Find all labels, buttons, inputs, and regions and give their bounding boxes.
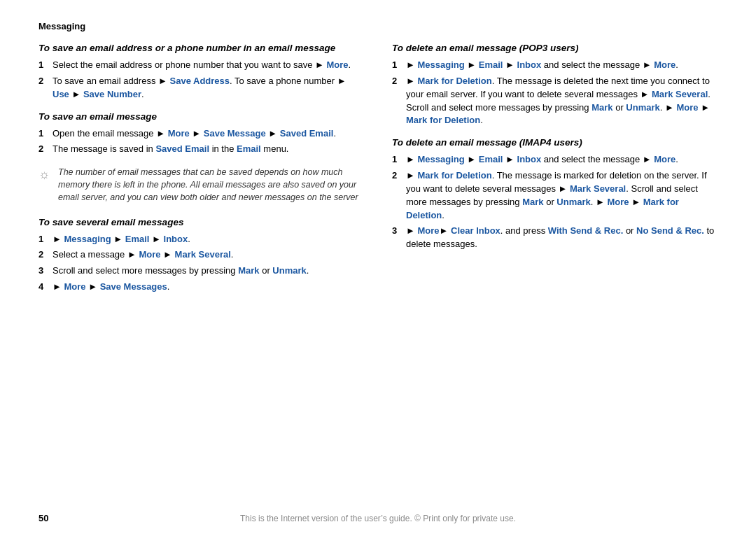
link-save-message: Save Message <box>204 128 266 139</box>
link-mark-several-2: Mark Several <box>652 89 708 99</box>
step-item: 1 Open the email message ► More ► Save M… <box>38 127 364 141</box>
left-column: To save an email address or a phone numb… <box>38 43 364 304</box>
link-more-1: More <box>327 59 349 70</box>
link-mark-3: Mark <box>522 197 543 207</box>
link-unmark-1: Unmark <box>272 265 306 276</box>
steps-save-message: 1 Open the email message ► More ► Save M… <box>38 127 364 157</box>
step-item: 4 ► More ► Save Messages. <box>38 281 364 294</box>
link-save-address: Save Address <box>170 76 230 86</box>
steps-delete-pop3: 1 ► Messaging ► Email ► Inbox and select… <box>392 59 718 127</box>
link-save-number: Save Number <box>83 89 141 99</box>
step-item: 1 ► Messaging ► Email ► Inbox and select… <box>392 153 718 167</box>
main-content: To save an email address or a phone numb… <box>38 43 718 304</box>
link-mark-2: Mark <box>592 102 612 113</box>
link-mark-deletion-1: Mark for Deletion <box>417 76 491 86</box>
step-item: 2 Select a message ► More ► Mark Several… <box>38 248 364 262</box>
link-inbox-3: Inbox <box>517 154 542 164</box>
note-text: The number of email messages that can be… <box>58 166 364 204</box>
step-item: 1 ► Messaging ► Email ► Inbox. <box>38 233 364 246</box>
link-more-4: More <box>64 281 85 292</box>
link-unmark-2: Unmark <box>626 102 659 113</box>
link-save-messages: Save Messages <box>100 281 167 292</box>
section-title-delete-pop3: To delete an email message (POP3 users) <box>392 43 718 53</box>
link-email-menu: Email <box>237 143 261 154</box>
steps-save-address: 1 Select the email address or phone numb… <box>38 59 364 101</box>
link-messaging-2: Messaging <box>417 59 464 70</box>
link-no-send-rec: No Send & Rec. <box>636 225 704 236</box>
link-messaging-3: Messaging <box>417 154 464 164</box>
link-with-send-rec: With Send & Rec. <box>548 225 624 236</box>
link-mark-1: Mark <box>238 265 259 276</box>
step-item: 1 ► Messaging ► Email ► Inbox and select… <box>392 59 718 72</box>
step-item: 3 Scroll and select more messages by pre… <box>38 265 364 278</box>
link-email-2: Email <box>479 59 503 70</box>
link-more-6: More <box>676 102 698 113</box>
step-item: 2 ► Mark for Deletion. The message is ma… <box>392 169 718 222</box>
right-column: To delete an email message (POP3 users) … <box>392 43 718 304</box>
link-mark-several-1: Mark Several <box>175 249 231 260</box>
step-item: 1 Select the email address or phone numb… <box>38 59 364 72</box>
step-item: 2 To save an email address ► Save Addres… <box>38 75 364 101</box>
link-saved-email-1: Saved Email <box>280 128 334 139</box>
link-clear-inbox: Clear Inbox <box>451 225 500 236</box>
step-item: 2 The message is saved in Saved Email in… <box>38 143 364 156</box>
footer-text: This is the Internet version of the user… <box>0 514 756 523</box>
page-header: Messaging <box>38 21 718 31</box>
link-email-3: Email <box>479 154 503 164</box>
link-mark-several-3: Mark Several <box>570 183 626 194</box>
step-item: 3 ► More► Clear Inbox. and press With Se… <box>392 225 718 251</box>
link-email-1: Email <box>125 234 150 244</box>
section-title-delete-imap4: To delete an email message (IMAP4 users) <box>392 137 718 148</box>
link-more-5: More <box>654 59 676 70</box>
link-inbox-2: Inbox <box>517 59 542 70</box>
section-title-save-email-address: To save an email address or a phone numb… <box>38 43 364 53</box>
note-icon: ☼ <box>38 167 52 204</box>
link-use: Use <box>52 89 69 99</box>
section-title-save-email-message: To save an email message <box>38 111 364 122</box>
steps-delete-imap4: 1 ► Messaging ► Email ► Inbox and select… <box>392 153 718 251</box>
link-inbox-1: Inbox <box>164 234 188 244</box>
link-more-3: More <box>139 249 160 260</box>
link-mark-deletion-3: Mark for Deletion <box>417 170 491 181</box>
link-more-2: More <box>168 128 190 139</box>
step-item: 2 ► Mark for Deletion. The message is de… <box>392 75 718 127</box>
steps-save-several: 1 ► Messaging ► Email ► Inbox. 2 Select … <box>38 233 364 294</box>
note-box: ☼ The number of email messages that can … <box>38 166 364 204</box>
section-title-save-several: To save several email messages <box>38 217 364 227</box>
page: Messaging To save an email address or a … <box>0 0 756 536</box>
link-messaging-1: Messaging <box>64 234 111 244</box>
link-saved-email-2: Saved Email <box>155 143 209 154</box>
link-mark-deletion-2: Mark for Deletion <box>406 115 480 125</box>
link-unmark-3: Unmark <box>556 197 590 207</box>
link-more-8: More <box>607 197 629 207</box>
link-more-9: More <box>417 225 439 236</box>
link-more-7: More <box>654 154 676 164</box>
